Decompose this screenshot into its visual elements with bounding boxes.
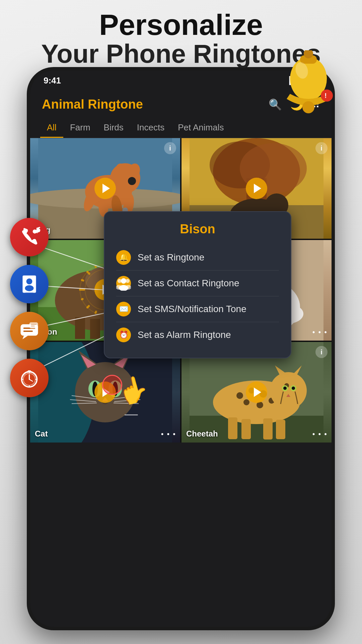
app-title: Animal Ringtone xyxy=(42,97,143,112)
svg-rect-134 xyxy=(37,228,38,233)
svg-point-122 xyxy=(118,279,122,283)
svg-point-14 xyxy=(128,177,136,185)
circle-alarm[interactable] xyxy=(10,359,49,397)
svg-point-3 xyxy=(302,101,314,113)
ringtone-label: Set as Ringtone xyxy=(138,252,204,263)
svg-rect-37 xyxy=(75,317,85,339)
tab-insects[interactable]: Incects xyxy=(130,118,171,138)
ringtone-icon: 🔔 xyxy=(116,250,131,265)
svg-rect-146 xyxy=(31,324,36,325)
svg-rect-140 xyxy=(25,292,33,293)
label-cat: Cat xyxy=(35,429,48,438)
svg-rect-58 xyxy=(79,289,85,291)
menu-item-alarm[interactable]: ⏰ Set as Alarm Ringtone xyxy=(116,322,279,348)
menu-item-sms-tone[interactable]: ✉️ Set SMS/Notification Tone xyxy=(116,296,279,322)
svg-point-138 xyxy=(26,278,32,284)
info-bison-top[interactable]: i xyxy=(315,142,328,154)
svg-line-135 xyxy=(37,227,40,229)
play-bison-top[interactable] xyxy=(246,178,267,199)
svg-point-104 xyxy=(243,399,249,405)
svg-point-121 xyxy=(121,278,126,284)
info-cheetah[interactable]: i xyxy=(315,346,328,358)
svg-point-114 xyxy=(283,387,287,390)
svg-line-151 xyxy=(29,379,33,382)
svg-point-115 xyxy=(292,387,295,390)
popup-title: Bison xyxy=(116,222,279,236)
tab-farm[interactable]: Farm xyxy=(63,118,97,138)
sms-label: Set SMS/Notification Tone xyxy=(138,304,246,314)
alarm-label: Set as Alarm Ringtone xyxy=(138,330,231,340)
svg-rect-154 xyxy=(30,371,32,373)
bell-decoration: ! xyxy=(275,50,342,117)
play-cheetah[interactable] xyxy=(246,382,267,403)
svg-point-107 xyxy=(270,372,307,409)
svg-point-123 xyxy=(126,279,130,283)
contact-ringtone-label: Set as Contact Ringtone xyxy=(138,278,239,289)
tab-birds[interactable]: Birds xyxy=(97,118,130,138)
svg-rect-144 xyxy=(23,331,33,332)
header-line1: Personalize xyxy=(0,10,362,40)
circle-contact[interactable] xyxy=(10,265,49,303)
circle-call-music[interactable] xyxy=(10,218,49,256)
svg-point-4 xyxy=(321,90,333,102)
svg-point-139 xyxy=(25,285,34,291)
svg-rect-145 xyxy=(29,323,38,329)
phone-screen: 9:41 ▐▌ 🛜 ▓ Animal Ringtone 🔍 🌙 ⠿ All Fa… xyxy=(30,70,332,627)
svg-rect-120 xyxy=(276,420,285,439)
svg-point-132 xyxy=(32,229,37,233)
circle-message[interactable] xyxy=(10,312,49,350)
label-cheetah: Cheetah xyxy=(186,429,218,438)
menu-item-ringtone[interactable]: 🔔 Set as Ringtone xyxy=(116,245,279,271)
alarm-icon: ⏰ xyxy=(116,328,131,342)
more-bear[interactable]: • • • xyxy=(312,328,328,337)
svg-rect-118 xyxy=(241,419,251,439)
more-cheetah[interactable]: • • • xyxy=(312,430,328,438)
more-cat[interactable]: • • • xyxy=(161,430,176,438)
svg-rect-117 xyxy=(228,417,237,439)
category-tabs: All Farm Birds Incects Pet Animals xyxy=(30,115,332,138)
info-dog[interactable]: i xyxy=(164,142,176,154)
svg-text:!: ! xyxy=(324,92,327,99)
svg-rect-38 xyxy=(90,319,100,339)
sms-icon: ✉️ xyxy=(116,302,131,316)
svg-point-100 xyxy=(236,392,243,399)
contact-ringtone-icon xyxy=(116,276,131,291)
status-time: 9:41 xyxy=(44,75,61,86)
play-dog[interactable] xyxy=(94,178,116,199)
phone-frame: 9:41 ▐▌ 🛜 ▓ Animal Ringtone 🔍 🌙 ⠿ All Fa… xyxy=(27,67,335,630)
svg-rect-153 xyxy=(26,371,28,373)
context-menu: Bison 🔔 Set as Ringtone Set a xyxy=(104,211,291,358)
menu-item-contact-ringtone[interactable]: Set as Contact Ringtone xyxy=(116,271,279,296)
tab-all[interactable]: All xyxy=(40,118,63,138)
tab-pet-animals[interactable]: Pet Animals xyxy=(171,118,230,138)
side-circles-container xyxy=(10,218,49,397)
svg-rect-119 xyxy=(263,418,273,440)
svg-marker-142 xyxy=(22,336,28,339)
svg-rect-147 xyxy=(31,326,34,326)
